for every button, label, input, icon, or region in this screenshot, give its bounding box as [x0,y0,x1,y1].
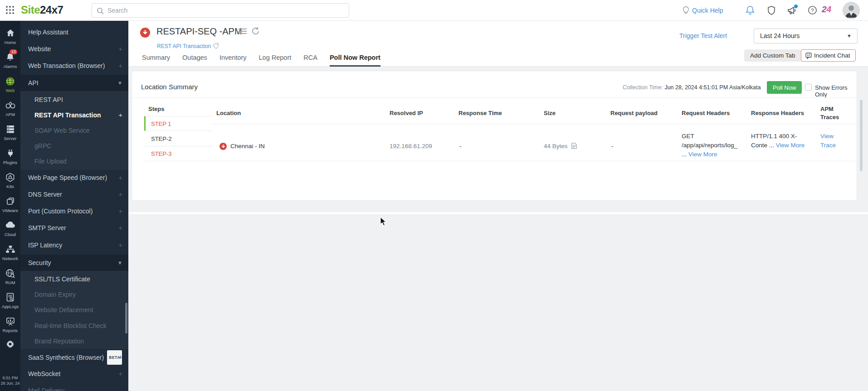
rail-item-rum[interactable]: RUM [0,269,20,285]
zoho-24-icon[interactable]: 24 [822,5,831,14]
sidebar-item-security[interactable]: Security▼ [20,256,128,270]
sidebar-item-isp-latency[interactable]: ISP Latency+ [20,238,128,252]
step-1-item[interactable]: STEP 1 [144,116,212,131]
sidebar-item-port-custom-protocol[interactable]: Port (Custom Protocol)+ [20,204,128,218]
sidebar-item-api[interactable]: API▼ [20,76,128,90]
quick-help-button[interactable]: Quick Help [683,6,723,14]
apm-view-trace-link[interactable]: View Trace [820,132,841,150]
monitor-title: RESTAPI-SEQ -APM [156,26,242,37]
sidebar-item-rest-api-transaction[interactable]: REST API Transaction+ [20,108,128,122]
sidebar-item-file-upload[interactable]: File Upload [20,154,128,168]
rail-item-vmware[interactable]: VMware [0,197,20,213]
tab-rca[interactable]: RCA [303,54,317,67]
rail-item-network[interactable]: Network [0,245,20,261]
resolved-ip-cell: 192.168.61.209 [390,142,432,151]
response-headers-view-more-link[interactable]: View More [776,142,805,149]
column-header-apm-traces: APM Traces [820,105,843,121]
sidebar-item-domain-expiry[interactable]: Domain Expiry [20,288,128,301]
rail-item-applogs[interactable]: AppLogs [0,293,20,309]
announcements-megaphone-icon[interactable] [787,5,797,15]
sidebar-item-web-transaction-browser[interactable]: Web Transaction (Browser)+ [20,59,128,72]
refresh-icon[interactable] [251,27,260,35]
monitor-type-breadcrumb[interactable]: REST API Transaction [157,43,211,49]
add-custom-tab-button[interactable]: Add Custom Tab [744,49,801,62]
incident-chat-button[interactable]: Incident Chat [801,49,856,62]
plus-icon[interactable]: + [118,171,122,184]
rum-globe-icon [0,269,20,279]
tab-log-report[interactable]: Log Report [259,54,292,67]
sidebar-item-brand-reputation[interactable]: Brand Reputation [20,334,128,348]
column-header-response-headers: Response Headers [751,109,804,117]
time-range-select[interactable]: Last 24 Hours ▼ [754,29,858,43]
column-header-response-time: Response Time [458,109,502,117]
trigger-test-alert-link[interactable]: Trigger Test Alert [679,32,727,39]
help-icon[interactable]: ? [808,5,818,15]
lower-panel-edge [128,212,868,215]
rail-item-server[interactable]: Server [0,125,20,141]
poll-now-button[interactable]: Poll Now [767,81,802,94]
sidebar-item-mail-delivery[interactable]: Mail Delivery [20,384,128,391]
plus-icon[interactable]: + [118,367,122,381]
document-icon[interactable] [571,143,577,149]
sidebar-scrollbar[interactable] [125,303,127,333]
plus-icon[interactable]: + [118,221,122,235]
location-cell: Chennai - IN [230,142,265,151]
column-header-size: Size [544,109,556,117]
user-avatar[interactable] [843,2,860,19]
rail-item-apm[interactable]: APM [0,101,20,117]
plus-icon[interactable]: + [118,204,122,218]
tab-summary[interactable]: Summary [142,54,170,67]
sidebar-item-dns-server[interactable]: DNS Server+ [20,188,128,201]
rail-item-web[interactable]: Web [0,77,20,93]
step-3-item[interactable]: STEP-3 [144,146,212,161]
rail-item-alarms[interactable]: 13 Alarms [0,53,20,69]
sidebar-item-realtime-blocklist-check[interactable]: Real-time Blocklist Check [20,319,128,333]
quick-help-label: Quick Help [692,7,723,14]
plus-icon[interactable]: + [118,42,122,56]
sidebar-item-website-defacement[interactable]: Website Defacement [20,303,128,317]
rail-item-reports[interactable]: Reports [0,317,20,333]
sidebar-item-rest-api[interactable]: REST API [20,93,128,106]
sidebar-item-smtp-server[interactable]: SMTP Server+ [20,221,128,235]
sidebar-item-web-page-speed[interactable]: Web Page Speed (Browser)+ [20,171,128,184]
sidebar-item-help-assistant[interactable]: Help Assistant [20,25,128,39]
plus-icon[interactable]: + [118,59,122,72]
rail-item-home[interactable]: Home [0,29,20,45]
tag-icon[interactable] [212,43,219,49]
column-header-resolved-ip: Resolved IP [390,109,423,117]
shield-icon[interactable] [767,5,777,15]
rail-item-cloud[interactable]: Cloud [0,221,20,237]
rail-settings[interactable] [0,340,20,350]
site24x7-logo[interactable]: Site24x7 [21,4,63,16]
rail-item-plugins[interactable]: Plugins [0,149,20,165]
sidebar-item-saas-synthetics[interactable]: SaaS Synthetics (Browser)BETA+ [20,350,128,364]
step-2-item[interactable]: STEP-2 [144,131,212,146]
tab-inventory[interactable]: Inventory [219,54,247,67]
sidebar-item-grpc[interactable]: gRPC [20,139,128,153]
tab-poll-now-report[interactable]: Poll Now Report [330,54,380,67]
show-errors-only-checkbox[interactable] [805,84,812,91]
size-cell: 44 Bytes [544,142,577,151]
sidebar-item-soap-web-service[interactable]: SOAP Web Service [20,124,128,137]
sidebar-item-websocket[interactable]: WebSocket+ [20,367,128,381]
sidebar-item-website[interactable]: Website+ [20,42,128,56]
notifications-bell-icon[interactable] [746,5,756,15]
plus-icon[interactable]: + [118,238,122,252]
search-input[interactable] [107,4,343,17]
plus-icon[interactable]: + [118,188,122,201]
rail-item-k8s[interactable]: K8s [0,173,20,189]
tab-outages[interactable]: Outages [182,54,207,67]
chat-icon [805,53,812,59]
hamburger-menu-icon[interactable] [239,28,247,35]
sidebar-item-ssl-tls-certificate[interactable]: SSL/TLS Certificate [20,272,128,286]
applogs-icon [0,293,20,303]
home-icon [0,29,20,39]
request-payload-cell: - [611,142,614,151]
apps-grid-icon[interactable] [6,6,15,15]
request-headers-view-more-link[interactable]: View More [688,151,717,158]
monitor-tabs: Summary Outages Inventory Log Report RCA… [142,54,380,67]
search-icon [97,7,104,14]
page-scrollbar[interactable] [860,100,863,171]
plus-icon[interactable]: + [118,108,122,122]
plus-icon[interactable]: + [118,350,122,364]
